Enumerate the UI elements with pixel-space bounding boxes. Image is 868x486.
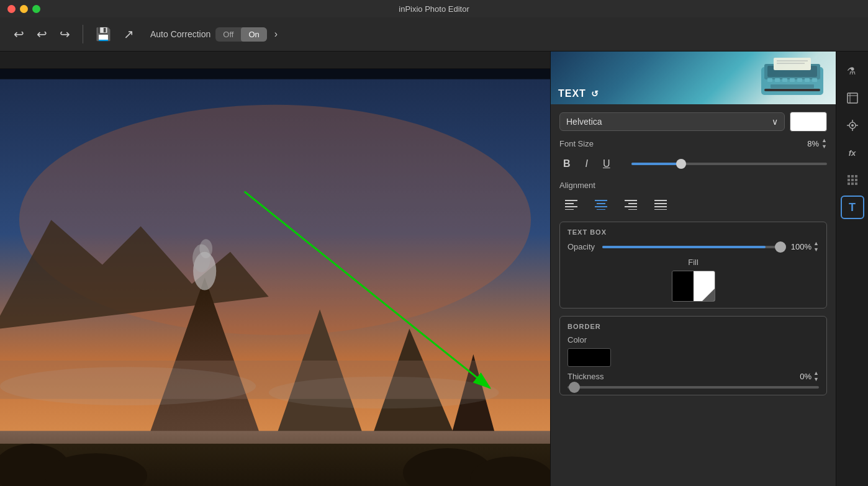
app-title: inPixio Photo Editor xyxy=(399,4,469,14)
svg-rect-46 xyxy=(628,203,637,204)
align-center-button[interactable] xyxy=(589,196,613,215)
svg-rect-49 xyxy=(654,200,667,201)
panel-header-title: TEXT ↺ xyxy=(558,88,599,99)
undo1-button[interactable]: ↩ xyxy=(10,24,28,44)
svg-rect-69 xyxy=(848,182,850,185)
effects-icon[interactable]: fx xyxy=(841,141,864,164)
minimize-button[interactable] xyxy=(20,5,28,13)
svg-rect-51 xyxy=(654,206,667,207)
canvas-image[interactable] xyxy=(0,69,550,486)
svg-rect-39 xyxy=(565,206,577,207)
auto-correction-group: Auto Correction Off On › xyxy=(150,27,278,42)
redo-button[interactable]: ↪ xyxy=(56,24,74,44)
svg-rect-48 xyxy=(628,209,637,210)
thickness-row: Thickness 0% ▲ ▼ xyxy=(567,371,819,382)
fill-swatch-corner xyxy=(702,289,715,301)
toggle-off[interactable]: Off xyxy=(215,27,241,42)
panel-reset-icon[interactable]: ↺ xyxy=(591,89,599,99)
svg-rect-42 xyxy=(597,203,605,204)
font-name: Helvetica xyxy=(566,117,602,127)
svg-rect-43 xyxy=(595,206,607,207)
font-size-value: 8% xyxy=(807,139,819,148)
svg-rect-29 xyxy=(797,78,802,82)
font-color-swatch[interactable] xyxy=(790,112,827,132)
opacity-slider-thumb[interactable] xyxy=(775,241,786,253)
svg-rect-47 xyxy=(625,206,637,207)
svg-rect-38 xyxy=(565,203,574,204)
font-size-up[interactable]: ▲ xyxy=(821,138,827,143)
bold-button[interactable]: B xyxy=(559,156,574,172)
crop-icon[interactable] xyxy=(841,86,864,110)
border-section: BORDER Color Thickness 0% ▲ ▼ xyxy=(559,316,827,395)
align-justify-button[interactable] xyxy=(649,196,672,215)
canvas-top-bar xyxy=(0,52,550,69)
svg-rect-41 xyxy=(595,200,607,201)
fill-label: Fill xyxy=(567,258,819,267)
svg-rect-37 xyxy=(565,200,577,201)
svg-rect-32 xyxy=(771,84,814,88)
title-bar: inPixio Photo Editor xyxy=(0,0,868,17)
svg-point-58 xyxy=(851,124,854,127)
undo2-button[interactable]: ↩ xyxy=(33,24,51,44)
thickness-thumb[interactable] xyxy=(569,382,580,393)
close-button[interactable] xyxy=(7,5,16,13)
svg-rect-36 xyxy=(764,89,820,91)
toolbar-divider xyxy=(83,25,83,43)
font-size-slider[interactable] xyxy=(631,163,827,165)
svg-rect-33 xyxy=(774,58,811,70)
export-button[interactable]: ↗ xyxy=(120,24,138,44)
adjustments-icon[interactable]: ⚗ xyxy=(841,59,864,83)
opacity-down[interactable]: ▼ xyxy=(813,247,819,253)
align-right-icon xyxy=(624,199,638,210)
maximize-button[interactable] xyxy=(32,5,40,13)
font-size-down[interactable]: ▼ xyxy=(821,144,827,150)
svg-rect-26 xyxy=(775,78,780,82)
align-justify-icon xyxy=(654,199,667,210)
toggle-on[interactable]: On xyxy=(241,27,266,42)
svg-rect-63 xyxy=(848,175,850,178)
thickness-up[interactable]: ▲ xyxy=(813,371,819,376)
thickness-down[interactable]: ▼ xyxy=(813,377,819,382)
align-right-button[interactable] xyxy=(619,196,643,215)
opacity-up[interactable]: ▲ xyxy=(813,241,819,246)
save-button[interactable]: 💾 xyxy=(92,24,115,44)
auto-correction-toggle[interactable]: Off On xyxy=(215,27,266,42)
toolbar-next-arrow[interactable]: › xyxy=(274,29,278,40)
font-size-row: Font Size 8% ▲ ▼ xyxy=(559,138,827,150)
right-area: TEXT ↺ Helvetica ∨ Font Size xyxy=(550,52,868,486)
font-row: Helvetica ∨ xyxy=(559,112,827,132)
texture-icon[interactable] xyxy=(841,168,864,192)
retouch-icon[interactable] xyxy=(841,114,864,137)
svg-rect-66 xyxy=(848,179,850,181)
svg-rect-50 xyxy=(654,203,667,204)
opacity-value: 100% xyxy=(791,242,811,251)
alignment-label: Alignment xyxy=(559,181,827,190)
thickness-slider[interactable] xyxy=(567,386,819,389)
border-color-swatch[interactable] xyxy=(567,348,611,367)
panel-header: TEXT ↺ xyxy=(551,52,836,104)
text-icon[interactable]: T xyxy=(841,196,864,219)
border-title: BORDER xyxy=(567,323,819,330)
svg-point-6 xyxy=(199,239,212,258)
svg-rect-68 xyxy=(855,179,857,181)
svg-rect-54 xyxy=(848,93,857,103)
auto-correction-label: Auto Correction xyxy=(150,29,210,39)
right-panel: TEXT ↺ Helvetica ∨ Font Size xyxy=(550,52,836,486)
fill-swatch[interactable] xyxy=(672,271,715,302)
svg-rect-28 xyxy=(790,78,795,82)
underline-button[interactable]: U xyxy=(599,156,614,172)
font-dropdown[interactable]: Helvetica ∨ xyxy=(559,112,785,131)
border-color-label: Color xyxy=(567,335,819,344)
svg-point-13 xyxy=(269,377,499,409)
svg-rect-70 xyxy=(851,182,854,185)
svg-rect-31 xyxy=(812,78,817,82)
italic-button[interactable]: I xyxy=(582,156,592,172)
panel-content: Helvetica ∨ Font Size 8% ▲ ▼ xyxy=(551,104,836,403)
svg-rect-19 xyxy=(0,69,550,79)
align-left-button[interactable] xyxy=(559,196,583,215)
font-size-stepper: 8% ▲ ▼ xyxy=(807,138,827,150)
typewriter-illustration xyxy=(755,55,830,101)
text-box-title: TEXT BOX xyxy=(567,228,819,236)
fill-black xyxy=(672,271,694,301)
dropdown-arrow-icon: ∨ xyxy=(772,117,778,127)
